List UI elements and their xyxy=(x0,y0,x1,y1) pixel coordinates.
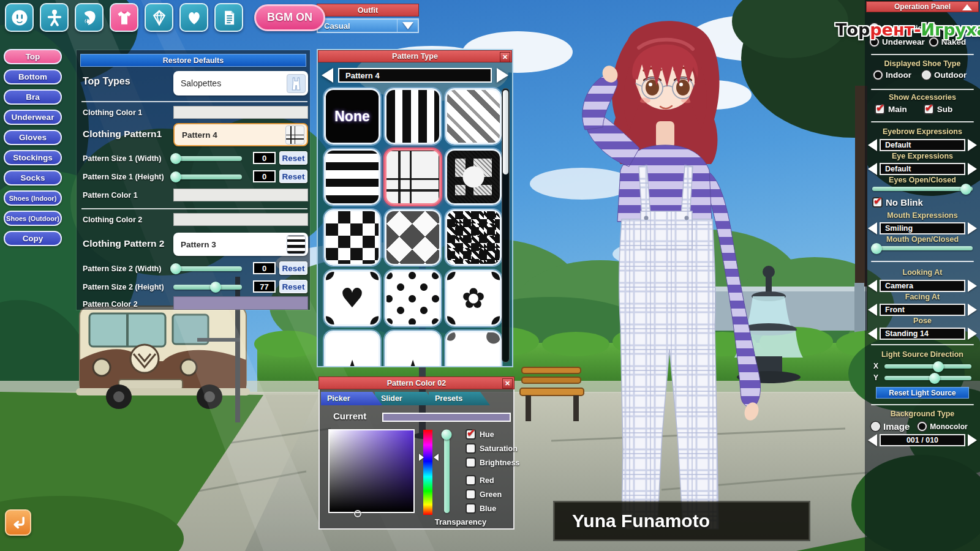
mouth-open-slider[interactable] xyxy=(872,246,973,250)
body-tab-button[interactable] xyxy=(40,3,69,32)
clothing-pattern-2-dropdown[interactable]: Pattern 3 xyxy=(173,233,308,256)
eyebrow-value[interactable]: Default xyxy=(880,139,965,151)
slider-knob[interactable] xyxy=(871,243,882,254)
pattern-tile-houndstooth[interactable] xyxy=(445,209,502,266)
pose-value[interactable]: Standing 14 xyxy=(880,328,965,340)
channel-blue[interactable]: Blue xyxy=(466,503,496,514)
clothing-pattern-1-dropdown[interactable]: Pattern 4 xyxy=(173,123,308,146)
next-pattern-arrow[interactable] xyxy=(497,68,508,83)
image-radio[interactable] xyxy=(871,422,880,431)
light-y-slider[interactable] xyxy=(884,376,971,380)
restore-defaults-button[interactable]: Restore Defaults xyxy=(80,54,306,67)
slider-knob[interactable] xyxy=(929,373,940,384)
sub-accessories-checkbox[interactable] xyxy=(924,104,934,114)
pattern-tile-none[interactable]: None xyxy=(324,88,380,144)
reset-light-source-button[interactable]: Reset Light Source xyxy=(876,387,969,399)
next-arrow[interactable] xyxy=(968,139,977,151)
eye-value[interactable]: Default xyxy=(880,163,965,175)
slider-knob[interactable] xyxy=(170,263,181,274)
channel-brightness[interactable]: Brightness xyxy=(466,457,519,468)
pattern-size-1-width-slider[interactable] xyxy=(173,156,242,161)
red-checkbox[interactable] xyxy=(466,475,476,485)
pattern-tile-checkerboard[interactable] xyxy=(324,209,380,266)
brightness-checkbox[interactable] xyxy=(466,457,476,468)
sidebar-item-shoes-outdoor[interactable]: Shoes (Outdoor) xyxy=(4,211,62,226)
pattern-color-1-swatch[interactable] xyxy=(173,189,308,201)
favorites-tab-button[interactable] xyxy=(179,3,208,32)
pattern-tile-diamonds[interactable] xyxy=(385,209,441,266)
sidebar-item-bottom[interactable]: Bottom xyxy=(4,69,62,84)
operation-panel-header[interactable]: Operation Panel xyxy=(866,1,979,12)
pattern-tile-star-2[interactable]: ★ xyxy=(385,331,441,367)
blue-checkbox[interactable] xyxy=(466,503,476,514)
pattern-size-2-height-slider[interactable] xyxy=(173,285,242,290)
prev-arrow[interactable] xyxy=(868,328,877,340)
main-accessories-checkbox[interactable] xyxy=(875,104,885,114)
pattern-size-1-height-slider[interactable] xyxy=(173,174,242,179)
close-icon[interactable]: ✕ xyxy=(500,52,510,62)
transparency-slider[interactable] xyxy=(444,432,450,513)
prev-arrow[interactable] xyxy=(868,222,877,234)
slider-knob[interactable] xyxy=(933,361,944,372)
prev-arrow[interactable] xyxy=(868,304,877,316)
sidebar-item-top[interactable]: Top xyxy=(4,49,62,64)
saturation-checkbox[interactable] xyxy=(466,443,476,454)
tab-slider[interactable]: Slider xyxy=(375,392,436,405)
looking-at-value[interactable]: Camera xyxy=(880,280,965,292)
prev-arrow[interactable] xyxy=(868,163,877,175)
slider-knob[interactable] xyxy=(170,153,181,164)
prev-arrow[interactable] xyxy=(868,280,877,292)
pattern-size-1-width-reset[interactable]: Reset xyxy=(279,151,307,165)
sidebar-item-gloves[interactable]: Gloves xyxy=(4,130,62,145)
prev-pattern-arrow[interactable] xyxy=(322,68,333,83)
slider-knob[interactable] xyxy=(960,184,971,195)
pattern-tile-star[interactable]: ★ xyxy=(324,331,380,367)
next-arrow[interactable] xyxy=(968,434,977,446)
next-arrow[interactable] xyxy=(968,304,977,316)
pattern-tile-horizontal-stripes[interactable] xyxy=(324,149,380,205)
pattern-tile-flower[interactable]: ✿ xyxy=(445,270,502,326)
eyes-open-slider[interactable] xyxy=(872,187,973,191)
scrollbar-thumb[interactable] xyxy=(503,90,508,174)
green-checkbox[interactable] xyxy=(466,489,476,500)
prev-arrow[interactable] xyxy=(868,139,877,151)
prev-arrow[interactable] xyxy=(868,434,877,446)
back-button[interactable] xyxy=(5,509,31,536)
pattern-tile-vertical-stripes[interactable] xyxy=(385,88,441,144)
next-arrow[interactable] xyxy=(968,328,977,340)
hue-checkbox[interactable] xyxy=(466,429,476,440)
channel-green[interactable]: Green xyxy=(466,489,502,500)
outdoor-radio[interactable] xyxy=(922,70,931,80)
channel-saturation[interactable]: Saturation xyxy=(466,443,518,454)
indoor-radio[interactable] xyxy=(873,70,883,80)
outfit-dropdown[interactable]: Casual xyxy=(317,18,419,33)
facing-at-value[interactable]: Front xyxy=(880,304,965,316)
channel-red[interactable]: Red xyxy=(466,475,494,485)
sidebar-item-shoes-indoor[interactable]: Shoes (Indoor) xyxy=(4,190,62,206)
slider-knob[interactable] xyxy=(210,282,221,293)
hue-bar[interactable] xyxy=(423,430,432,515)
clothes-tab-button[interactable] xyxy=(110,3,138,32)
clothing-color-2-swatch[interactable] xyxy=(173,213,308,226)
pattern-tile-polka-dots[interactable] xyxy=(385,270,441,326)
light-x-slider[interactable] xyxy=(884,364,971,369)
monocolor-radio[interactable] xyxy=(918,422,927,431)
slider-knob[interactable] xyxy=(170,171,181,182)
sidebar-item-stockings[interactable]: Stockings xyxy=(4,150,62,165)
pattern-scrollbar[interactable] xyxy=(502,88,510,362)
transparency-knob[interactable] xyxy=(442,430,452,440)
sidebar-item-copy[interactable]: Copy xyxy=(4,231,62,246)
pattern-size-2-width-slider[interactable] xyxy=(173,266,242,271)
pattern-tile-plaid-selected[interactable] xyxy=(385,149,441,205)
next-arrow[interactable] xyxy=(968,222,977,234)
hair-tab-button[interactable] xyxy=(75,3,104,32)
tab-picker[interactable]: Picker xyxy=(321,392,382,405)
clothing-color-1-swatch[interactable] xyxy=(173,106,308,119)
pattern-size-2-height-reset[interactable]: Reset xyxy=(279,280,307,293)
next-arrow[interactable] xyxy=(968,163,977,175)
sidebar-item-underwear[interactable]: Underwear xyxy=(4,110,62,125)
face-tab-button[interactable] xyxy=(5,3,34,32)
sidebar-item-bra[interactable]: Bra xyxy=(4,89,62,105)
picker-marker[interactable] xyxy=(354,510,361,517)
pattern-size-1-height-reset[interactable]: Reset xyxy=(279,170,307,183)
